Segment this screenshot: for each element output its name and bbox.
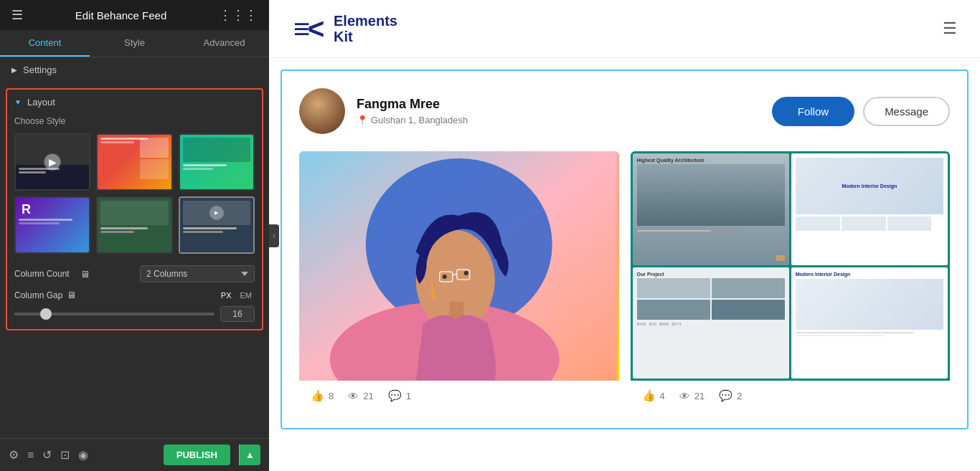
style-card-3[interactable]: [179, 133, 255, 191]
style-card-4[interactable]: R: [14, 196, 90, 254]
location-pin-icon: 📍: [357, 115, 368, 125]
profile-actions: Follow Message: [772, 97, 950, 126]
like-icon-2: 👍: [642, 389, 656, 402]
layout-section-header: ▼ Layout: [14, 97, 255, 108]
column-count-select[interactable]: 2 Columns 1 Column 3 Columns 4 Columns: [140, 265, 255, 282]
feed-card-2: Highest Quality Architecture M: [631, 151, 951, 411]
panel-toggle[interactable]: ‹: [269, 224, 279, 247]
responsive-icon[interactable]: ⊡: [60, 448, 70, 462]
sub-image-3: Our Project $495 $16 $899 $674: [633, 267, 789, 379]
svg-text:<: <: [308, 13, 324, 44]
settings-icon[interactable]: ⚙: [9, 448, 19, 462]
svg-point-7: [443, 275, 447, 279]
panel-header: ☰ Edit Behance Feed ⋮⋮⋮: [0, 0, 269, 30]
logo-line1: Elements: [334, 13, 397, 29]
comment-icon-2: 💬: [719, 389, 732, 402]
slider-value[interactable]: 16: [220, 306, 255, 322]
left-panel: ☰ Edit Behance Feed ⋮⋮⋮ Content Style Ad…: [0, 0, 269, 471]
unit-buttons: PX EM: [218, 290, 255, 300]
logo-area: ≡ < Elements Kit: [292, 11, 397, 46]
settings-label: Settings: [23, 65, 57, 75]
style-card-6[interactable]: ▶: [179, 196, 255, 254]
preview-icon[interactable]: ◉: [78, 448, 88, 462]
slider-row: 16: [14, 306, 255, 322]
feed-card-1: 👍 8 👁 21 💬 1: [299, 151, 619, 411]
avatar-image: [299, 88, 345, 134]
site-header: ≡ < Elements Kit ☰: [269, 0, 980, 58]
view-icon-2: 👁: [679, 390, 690, 402]
sub-image-2: Modern Interior Design: [791, 153, 948, 265]
card-stat-likes-1: 👍 8: [311, 389, 334, 402]
publish-arrow-button[interactable]: ▲: [239, 444, 260, 465]
publish-button[interactable]: PUBLISH: [164, 444, 230, 465]
layout-arrow-icon: ▼: [14, 98, 22, 106]
panel-tabs: Content Style Advanced: [0, 30, 269, 57]
message-button[interactable]: Message: [863, 97, 950, 126]
profile-header: Fangma Mree 📍 Gulshan 1, Bangladesh Foll…: [299, 88, 950, 134]
column-gap-row: Column Gap 🖥 PX EM: [14, 290, 255, 300]
panel-content: ▶ Settings ▼ Layout Choose Style: [0, 57, 269, 438]
tab-style[interactable]: Style: [90, 30, 179, 57]
settings-arrow-icon: ▶: [11, 66, 17, 74]
card-footer-2: 👍 4 👁 21 💬 2: [631, 381, 951, 411]
layout-label: Layout: [27, 97, 55, 108]
svg-point-13: [430, 294, 435, 298]
profile-name: Fangma Mree: [357, 97, 772, 112]
avatar: [299, 88, 345, 134]
card-stat-views-2: 👁 21: [679, 390, 705, 402]
layers-icon[interactable]: ≡: [27, 449, 34, 462]
panel-title: Edit Behance Feed: [75, 9, 167, 22]
follow-button[interactable]: Follow: [772, 97, 854, 126]
svg-point-8: [464, 271, 468, 275]
tab-content[interactable]: Content: [0, 30, 90, 57]
px-btn[interactable]: PX: [218, 290, 235, 300]
gap-monitor-icon: 🖥: [67, 290, 76, 300]
slider-track[interactable]: [14, 313, 215, 315]
em-btn[interactable]: EM: [237, 290, 255, 300]
style-grid: ▶: [14, 133, 255, 254]
nav-hamburger-icon[interactable]: ☰: [943, 19, 957, 38]
like-icon: 👍: [311, 389, 324, 402]
card-image-1: [299, 151, 619, 381]
logo-line2: Kit: [334, 29, 397, 44]
profile-location: 📍 Gulshan 1, Bangladesh: [357, 115, 772, 125]
grid-icon[interactable]: ⋮⋮⋮: [219, 7, 258, 23]
column-count-text: Column Count: [14, 269, 70, 279]
column-gap-label: Column Gap 🖥: [14, 290, 218, 300]
column-count-label: Column Count 🖥: [14, 269, 140, 280]
style-card-5[interactable]: [96, 196, 172, 254]
card-stat-comments-1: 💬 1: [388, 389, 411, 402]
view-icon: 👁: [348, 390, 359, 402]
card-footer-1: 👍 8 👁 21 💬 1: [299, 381, 619, 411]
slider-thumb[interactable]: [40, 308, 52, 320]
choose-style-label: Choose Style: [14, 116, 255, 126]
style-card-2[interactable]: [96, 133, 172, 191]
tab-advanced[interactable]: Advanced: [179, 30, 269, 57]
card-stat-comments-2: 💬 2: [719, 389, 742, 402]
card-stat-likes-2: 👍 4: [642, 389, 665, 402]
right-panel: ≡ < Elements Kit ☰ Fangma Mree 📍 Gulshan…: [269, 0, 980, 471]
card-stat-views-1: 👁 21: [348, 390, 373, 402]
comment-icon: 💬: [388, 389, 402, 402]
profile-info: Fangma Mree 📍 Gulshan 1, Bangladesh: [357, 97, 772, 125]
settings-section[interactable]: ▶ Settings: [0, 57, 269, 82]
behance-feed-section: Fangma Mree 📍 Gulshan 1, Bangladesh Foll…: [281, 70, 969, 429]
hamburger-icon[interactable]: ☰: [11, 7, 23, 23]
sub-image-4: Modern Interior Design: [791, 267, 948, 379]
logo-text: Elements Kit: [334, 13, 397, 44]
layout-section: ▼ Layout Choose Style ▶: [6, 88, 263, 330]
logo-icon: ≡ <: [292, 11, 326, 46]
style-card-1[interactable]: ▶: [14, 133, 90, 191]
feed-grid: 👍 8 👁 21 💬 1: [299, 151, 950, 411]
panel-bottom: ⚙ ≡ ↺ ⊡ ◉ PUBLISH ▲: [0, 438, 269, 471]
history-icon[interactable]: ↺: [42, 448, 52, 462]
sub-image-1: Highest Quality Architecture: [633, 153, 789, 265]
column-count-row: Column Count 🖥 2 Columns 1 Column 3 Colu…: [14, 265, 255, 282]
card-image-2: Highest Quality Architecture M: [631, 151, 951, 381]
